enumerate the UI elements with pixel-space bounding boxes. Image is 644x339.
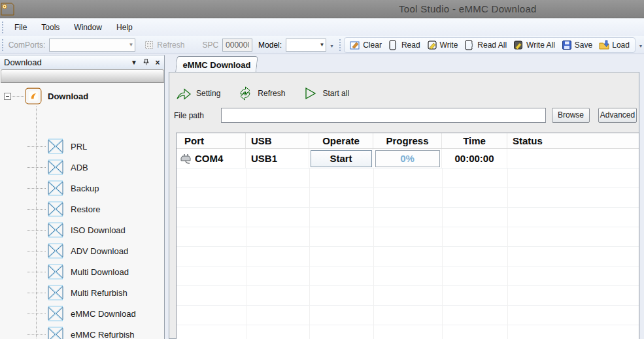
table-header: Port USB Operate Progress Time Status xyxy=(177,133,639,149)
column-header-status[interactable]: Status xyxy=(507,133,639,148)
tool-node-icon xyxy=(47,284,64,301)
operate-cell: Start xyxy=(309,149,373,168)
clear-button[interactable]: Clear xyxy=(347,39,385,52)
folder-load-icon xyxy=(599,40,609,50)
column-header-operate[interactable]: Operate xyxy=(309,133,373,148)
tree-item-iso-download[interactable]: ISO Download xyxy=(0,221,163,240)
load-button[interactable]: Load xyxy=(596,39,633,52)
download-tree: Download PRL ADB Backup Restore ISO Down… xyxy=(0,83,164,339)
start-button[interactable]: Start xyxy=(311,150,372,167)
refresh-button[interactable]: Refresh xyxy=(237,86,285,101)
tree-item-backup[interactable]: Backup xyxy=(0,180,163,198)
panel-divider-strip xyxy=(1,69,164,83)
app-logo-icon[interactable] xyxy=(1,2,14,16)
phone-read-all-icon xyxy=(464,40,475,50)
emmc-download-panel: Setting Refresh Start all File path Brow… xyxy=(169,72,639,339)
usb-cell: USB1 xyxy=(246,149,309,168)
main-area: eMMC Download Setting Refresh Start all … xyxy=(169,55,644,339)
tool-node-icon xyxy=(47,242,64,259)
tree-root-download[interactable]: Download xyxy=(0,87,163,106)
tool-node-icon xyxy=(47,305,64,322)
tool-node-icon xyxy=(47,326,64,339)
refresh-grid-icon xyxy=(144,40,154,50)
panel-menu-button[interactable]: ▼ xyxy=(129,59,139,66)
column-header-port[interactable]: Port xyxy=(177,133,246,148)
chevron-down-icon: ▼ xyxy=(638,44,643,48)
window-title: Tool Studio - eMMC Download xyxy=(399,3,537,14)
pin-button[interactable] xyxy=(141,58,151,67)
tree-item-multi-refurbish[interactable]: Multi Refurbish xyxy=(0,284,163,302)
pencil-write-all-icon xyxy=(513,40,524,50)
menu-tools[interactable]: Tools xyxy=(34,20,67,35)
tree-connector-line xyxy=(12,96,24,97)
tree-item-adv-download[interactable]: ADV Download xyxy=(0,242,163,261)
chevron-down-icon: ▼ xyxy=(320,42,325,48)
collapse-toggle[interactable] xyxy=(4,93,11,100)
table-row[interactable]: COM4 USB1 Start 0% 00:00:00 xyxy=(177,149,639,169)
tree-item-emmc-refurbish[interactable]: eMMC Refurbish xyxy=(0,326,163,339)
start-all-button[interactable]: Start all xyxy=(302,86,349,101)
comports-label: ComPorts: xyxy=(8,40,46,50)
read-all-button[interactable]: Read All xyxy=(461,39,510,52)
tree-item-prl[interactable]: PRL xyxy=(0,138,163,156)
file-path-label: File path xyxy=(174,111,204,120)
ports-table: Port USB Operate Progress Time Status CO… xyxy=(176,133,639,339)
menu-help[interactable]: Help xyxy=(109,20,140,35)
model-label: Model: xyxy=(258,40,282,50)
advanced-button[interactable]: Advanced xyxy=(598,108,637,123)
main-toolbar: ComPorts: ▼ Refresh SPC Model: ▼ ▼ Clear… xyxy=(0,36,644,54)
menu-bar: File Tools Window Help xyxy=(0,18,644,36)
serial-plug-icon xyxy=(180,153,192,164)
tree-item-emmc-download[interactable]: eMMC Download xyxy=(0,305,163,323)
phone-read-icon xyxy=(388,40,399,50)
green-arrow-setting-icon xyxy=(176,86,192,101)
menu-window[interactable]: Window xyxy=(67,20,109,35)
pin-icon xyxy=(143,58,150,66)
tool-node-icon xyxy=(47,138,64,155)
toolbar-grip-handle[interactable] xyxy=(2,39,5,51)
setting-button[interactable]: Setting xyxy=(176,86,220,101)
tree-item-restore[interactable]: Restore xyxy=(0,201,163,219)
comports-dropdown[interactable]: ▼ xyxy=(49,39,135,52)
panel-title: Download xyxy=(4,57,129,67)
tool-node-icon xyxy=(47,201,64,218)
panel-close-button[interactable]: × xyxy=(152,58,163,67)
download-root-icon xyxy=(25,88,42,105)
save-button[interactable]: Save xyxy=(558,39,596,52)
spc-input[interactable] xyxy=(222,39,252,52)
toolbar-overflow-button[interactable]: ▼ xyxy=(328,40,335,50)
tool-node-icon xyxy=(47,221,64,238)
browse-button[interactable]: Browse xyxy=(552,108,590,123)
tool-node-icon xyxy=(47,263,64,280)
port-cell: COM4 xyxy=(177,149,246,168)
write-button[interactable]: Write xyxy=(424,39,462,52)
tab-emmc-download[interactable]: eMMC Download xyxy=(175,56,258,73)
refresh-ports-button[interactable]: Refresh xyxy=(141,39,188,52)
toolbar-overflow-button[interactable]: ▼ xyxy=(637,40,644,50)
menu-grip-handle[interactable] xyxy=(2,22,5,33)
column-header-time[interactable]: Time xyxy=(442,133,507,148)
model-dropdown[interactable]: ▼ xyxy=(286,39,326,52)
play-icon xyxy=(302,86,318,101)
progress-value: 0% xyxy=(375,150,440,167)
tool-node-icon xyxy=(47,159,64,176)
progress-cell: 0% xyxy=(373,149,442,168)
write-all-button[interactable]: Write All xyxy=(510,39,558,52)
file-path-input[interactable] xyxy=(221,108,546,123)
chevron-down-icon: ▼ xyxy=(128,42,133,48)
tool-node-icon xyxy=(47,180,64,197)
column-header-usb[interactable]: USB xyxy=(246,133,309,148)
spc-label: SPC xyxy=(202,40,218,50)
empty-grid-rows xyxy=(177,169,639,339)
status-cell xyxy=(507,149,639,168)
read-button[interactable]: Read xyxy=(385,39,424,52)
clear-brush-icon xyxy=(350,40,360,50)
panel-actions: Setting Refresh Start all xyxy=(176,84,349,103)
device-toolbar-group: Clear Read Write Read All Write All Save… xyxy=(344,37,636,53)
toolbar-grip-handle[interactable] xyxy=(339,39,342,51)
menu-file[interactable]: File xyxy=(7,20,34,35)
tree-item-multi-download[interactable]: Multi Download xyxy=(0,263,163,282)
pencil-write-icon xyxy=(427,40,437,50)
tree-item-adb[interactable]: ADB xyxy=(0,159,163,177)
column-header-progress[interactable]: Progress xyxy=(373,133,442,148)
